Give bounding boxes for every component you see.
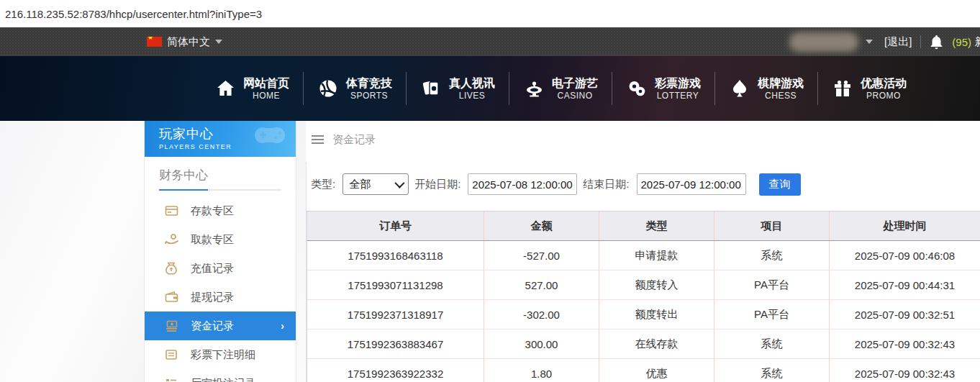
- column-header: 金额: [484, 212, 599, 240]
- nav-divider: [509, 72, 509, 105]
- records-panel: 类型: 全部 开始日期: 结束日期: 查询 订单号金额类型项目处理时间17519…: [306, 162, 980, 382]
- nav-subtitle: HOME: [253, 91, 280, 101]
- sidebar-item-label: 存款专区: [191, 204, 234, 218]
- divider: [920, 35, 921, 48]
- page-url: 216.118.235.52:8783/hhcp/usercenter.html…: [0, 8, 262, 20]
- table-cell: PA平台: [714, 300, 830, 329]
- type-select[interactable]: 全部: [342, 173, 409, 195]
- nav-divider: [612, 72, 612, 105]
- withdrawal-record-icon: [165, 291, 179, 304]
- lottery-balls-icon: [626, 79, 648, 98]
- nav-item-home[interactable]: 网站首页HOME: [202, 76, 301, 101]
- table-row: 1751993168463118-527.00申请提款系统2025-07-09 …: [307, 241, 980, 270]
- nav-item-lottery[interactable]: 彩票游戏LOTTERY: [614, 76, 713, 101]
- nav-title: 体育竞技: [346, 76, 392, 91]
- column-header: 订单号: [307, 212, 484, 240]
- table-cell: 1751993071131298: [307, 270, 484, 299]
- chevron-right-icon: ›: [281, 320, 284, 332]
- breadcrumb: 资金记录: [306, 121, 980, 158]
- players-center-header: 玩家中心 PLAYERS CENTER: [145, 121, 296, 157]
- table-cell: 1751992371318917: [307, 300, 484, 329]
- start-date-input[interactable]: [468, 173, 577, 195]
- table-cell: 1751992363883467: [307, 329, 484, 358]
- caret-down-icon[interactable]: [866, 40, 873, 44]
- username-blurred[interactable]: [789, 32, 858, 52]
- nav-title: 电子游艺: [552, 76, 598, 91]
- sidebar-item-label: 彩票下注明细: [191, 348, 255, 362]
- message-count[interactable]: (95): [952, 36, 971, 48]
- china-flag-icon: ★: [147, 37, 162, 47]
- withdraw-icon: [165, 233, 179, 246]
- column-header: 类型: [599, 212, 714, 240]
- nav-item-promo[interactable]: 优惠活动PROMO: [820, 76, 919, 101]
- filter-bar: 类型: 全部 开始日期: 结束日期: 查询: [307, 162, 980, 196]
- nav-subtitle: SPORTS: [350, 91, 388, 101]
- table-cell: 1.80: [484, 359, 599, 382]
- nav-title: 优惠活动: [861, 76, 907, 91]
- nav-item-lives[interactable]: 真人视讯LIVES: [408, 76, 507, 101]
- table-cell: 2025-07-09 00:32:43: [830, 359, 980, 382]
- content: 玩家中心 PLAYERS CENTER 财务中心 存款专区取款专区充值记录提现记…: [0, 121, 980, 382]
- page-title: 资金记录: [332, 133, 376, 147]
- nav-item-chess[interactable]: 棋牌游戏CHESS: [717, 76, 816, 101]
- nav-item-sports[interactable]: 体育竞技SPORTS: [305, 76, 404, 101]
- sidebar: 玩家中心 PLAYERS CENTER 财务中心 存款专区取款专区充值记录提现记…: [144, 121, 296, 382]
- sidebar-menu: 存款专区取款专区充值记录提现记录资金记录›彩票下注明细厅室投注记录: [145, 196, 296, 382]
- nav-divider: [303, 72, 304, 105]
- nav-subtitle: LOTTERY: [657, 91, 699, 101]
- funds-record-icon: [165, 319, 179, 332]
- sidebar-item[interactable]: 充值记录: [145, 254, 296, 283]
- table-row: 1751992363883467300.00在线存款系统2025-07-09 0…: [307, 329, 980, 359]
- nav-divider: [714, 72, 715, 105]
- sidebar-item[interactable]: 存款专区: [145, 196, 296, 225]
- section-underline: [159, 189, 281, 191]
- gift-icon: [832, 79, 853, 98]
- logout-button[interactable]: [退出]: [884, 35, 912, 49]
- caret-down-icon: [215, 40, 222, 44]
- table-row: 1751993071131298527.00额度转入PA平台2025-07-09…: [307, 270, 980, 300]
- table-cell: 额度转入: [599, 270, 714, 299]
- main-content: 资金记录 类型: 全部 开始日期: 结束日期: 查询 订单号金额类型项目处理时间…: [306, 121, 980, 382]
- table-row: 17519923639223321.80优惠系统2025-07-09 00:32…: [307, 359, 980, 382]
- table-cell: 额度转出: [599, 300, 714, 329]
- table-cell: 优惠: [599, 359, 714, 382]
- sidebar-item[interactable]: 厅室投注记录: [145, 369, 296, 382]
- table-cell: 系统: [714, 359, 830, 382]
- sidebar-item[interactable]: 资金记录›: [145, 311, 296, 340]
- language-label: 简体中文: [167, 35, 210, 49]
- table-cell: 2025-07-09 00:44:31: [830, 270, 980, 299]
- sidebar-item[interactable]: 彩票下注明细: [145, 340, 296, 369]
- sports-ball-icon: [317, 79, 339, 98]
- start-date-label: 开始日期:: [414, 178, 460, 191]
- sidebar-item[interactable]: 提现记录: [145, 283, 296, 311]
- user-area: [退出] (95) 新: [789, 27, 980, 56]
- table-row: 1751992371318917-302.00额度转出PA平台2025-07-0…: [307, 300, 980, 329]
- language-selector[interactable]: ★ 简体中文: [147, 27, 222, 56]
- nav-item-casino[interactable]: 电子游艺CASINO: [511, 76, 610, 101]
- table-cell: -527.00: [484, 241, 599, 270]
- table-cell: 1751993168463118: [307, 241, 484, 270]
- top-utility-bar: ★ 简体中文 [退出] (95) 新: [0, 27, 980, 56]
- table-cell: 2025-07-09 00:32:51: [830, 300, 980, 329]
- chevron-down-icon: [395, 178, 405, 188]
- home-icon: [214, 79, 236, 98]
- live-cards-icon: [420, 79, 442, 98]
- nav-subtitle: CASINO: [557, 91, 592, 101]
- message-new-label[interactable]: 新: [975, 35, 980, 49]
- table-cell: 300.00: [484, 329, 599, 358]
- sidebar-item[interactable]: 取款专区: [145, 225, 296, 254]
- casino-roulette-icon: [523, 79, 545, 98]
- table-cell: 2025-07-09 00:46:08: [830, 241, 980, 270]
- gamepad-icon: [251, 124, 289, 154]
- bell-icon[interactable]: [930, 35, 943, 50]
- end-date-input[interactable]: [637, 173, 746, 195]
- nav-title: 网站首页: [243, 76, 289, 91]
- deposit-icon: [165, 204, 179, 217]
- browser-address-bar[interactable]: 216.118.235.52:8783/hhcp/usercenter.html…: [0, 0, 980, 28]
- funds-table: 订单号金额类型项目处理时间1751993168463118-527.00申请提款…: [307, 211, 980, 382]
- spade-icon: [729, 79, 750, 98]
- nav-subtitle: CHESS: [765, 91, 797, 101]
- page: 216.118.235.52:8783/hhcp/usercenter.html…: [0, 0, 980, 382]
- search-button[interactable]: 查询: [759, 173, 801, 196]
- lottery-bets-icon: [165, 348, 179, 361]
